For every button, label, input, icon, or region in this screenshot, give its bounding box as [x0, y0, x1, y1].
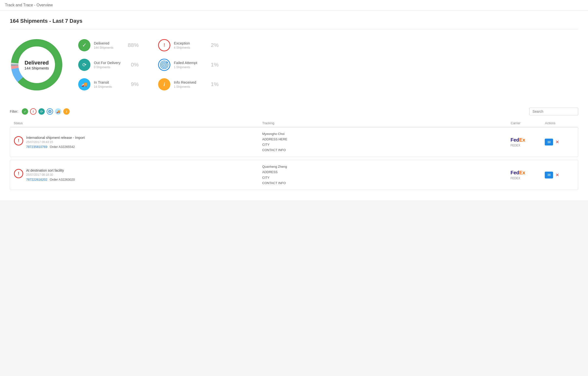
exception-percent: 2% [204, 42, 218, 48]
out-for-delivery-icon: ⟳ [78, 59, 90, 71]
delivered-percent: 88% [124, 42, 139, 48]
filter-out-for-delivery[interactable]: ⟳ [38, 108, 45, 115]
overview-section: Delivered 144 Shipments ✓ Delivered 144 … [10, 37, 578, 93]
col-carrier: Carrier [511, 121, 545, 125]
row2-tracking-cell: Quanheng Zheng ADDRESS CITY CONTACT INFO [262, 164, 511, 186]
row2-tracking-contact: CONTACT INFO [262, 180, 511, 186]
row1-email-button[interactable]: ✉ [545, 139, 553, 145]
page-title-bar: Track and Trace - Overview [0, 0, 588, 11]
row2-tracking-city: CITY [262, 175, 511, 180]
stat-out-for-delivery: ⟳ Out For Delivery 0 Shipments 0% [78, 56, 139, 73]
row2-order-id: Order A32263020 [50, 178, 75, 181]
stat-exception: ! Exception 4 Shipments 2% [158, 37, 218, 54]
failed-attempt-percent: 1% [204, 62, 218, 68]
row2-delete-button[interactable]: ✕ [555, 172, 559, 178]
info-received-count: 1 Shipments [174, 85, 200, 88]
donut-chart: Delivered 144 Shipments [10, 38, 64, 92]
row1-tracking-contact: CONTACT INFO [262, 147, 511, 153]
info-received-label: Info Received [174, 80, 200, 84]
section-title: 164 Shipments - Last 7 Days [10, 18, 578, 24]
row1-actions-cell: ✉ ✕ [545, 139, 574, 145]
table-header: Status Tracking Carrier Actions [10, 119, 578, 127]
filter-section: Filter: ✓ ! ⟳ 🚚 i [10, 105, 578, 115]
row2-fedex-logo: FedEx [511, 170, 525, 176]
row1-fedex-logo: FedEx [511, 137, 525, 143]
in-transit-icon: 🚚 [78, 78, 90, 90]
exception-icon: ! [158, 39, 170, 51]
row1-tracking-address: ADDRESS HERE [262, 137, 511, 142]
delivered-count: 144 Shipments [94, 46, 120, 49]
donut-main-label: Delivered [24, 60, 49, 66]
failed-attempt-count: 1 Shipments [174, 66, 200, 69]
out-for-delivery-percent: 0% [124, 62, 139, 68]
info-received-percent: 1% [204, 81, 218, 88]
filter-failed-attempt[interactable] [47, 108, 53, 115]
exception-label: Exception [174, 41, 200, 45]
stat-info-received: i Info Received 1 Shipments 1% [158, 76, 218, 93]
in-transit-label: In Transit [94, 80, 120, 84]
row2-tracking-name: Quanheng Zheng [262, 164, 511, 169]
row2-email-button[interactable]: ✉ [545, 172, 553, 178]
row1-tracking-cell: Myeongho Choi ADDRESS HERE CITY CONTACT … [262, 131, 511, 153]
failed-attempt-icon [158, 59, 170, 71]
row1-status-cell: ! International shipment release - Impor… [14, 136, 262, 149]
donut-center: Delivered 144 Shipments [24, 60, 49, 70]
row1-tracking-city: CITY [262, 142, 511, 147]
delivered-label: Delivered [94, 41, 120, 45]
filter-in-transit[interactable]: 🚚 [55, 108, 61, 115]
info-received-icon: i [158, 78, 170, 90]
donut-sub-label: 144 Shipments [24, 66, 49, 70]
col-status: Status [14, 121, 262, 125]
stat-failed-attempt: Failed Attempt 1 Shipments 1% [158, 56, 218, 73]
row2-carrier-name: FEDEX [511, 177, 520, 180]
stat-delivered: ✓ Delivered 144 Shipments 88% [78, 37, 139, 54]
row1-tracking-name: Myeongho Choi [262, 131, 511, 137]
col-tracking: Tracking [262, 121, 511, 125]
row2-status-title: At destination sort facility [26, 168, 75, 172]
svg-marker-12 [167, 62, 168, 63]
filter-exception[interactable]: ! [30, 108, 36, 115]
col-actions: Actions [545, 121, 574, 125]
stats-grid: ✓ Delivered 144 Shipments 88% ! Exceptio… [78, 37, 218, 93]
filter-info-received[interactable]: i [63, 108, 70, 115]
row1-delete-button[interactable]: ✕ [555, 139, 559, 145]
stat-in-transit: 🚚 In Transit 14 Shipments 9% [78, 76, 139, 93]
row2-tracking-address: ADDRESS [262, 169, 511, 175]
delivered-icon: ✓ [78, 39, 90, 51]
exception-count: 4 Shipments [174, 46, 200, 49]
table-row: ! At destination sort facility 25/07/201… [10, 160, 578, 190]
search-input[interactable] [529, 108, 578, 115]
row2-status-time: 25/07/2017 08:18:30 [26, 173, 75, 177]
divider [10, 29, 578, 29]
filter-delivered[interactable]: ✓ [22, 108, 28, 115]
row2-status-cell: ! At destination sort facility 25/07/201… [14, 168, 262, 181]
in-transit-count: 14 Shipments [94, 85, 120, 88]
row2-tracking-id[interactable]: 787222616202 [26, 178, 47, 181]
failed-attempt-label: Failed Attempt [174, 61, 200, 65]
table-row: ! International shipment release - Impor… [10, 127, 578, 157]
filter-icons-group: Filter: ✓ ! ⟳ 🚚 i [10, 108, 70, 115]
filter-label: Filter: [10, 110, 18, 113]
row2-carrier-cell: FedEx FEDEX [511, 170, 545, 180]
row2-status-icon: ! [14, 169, 23, 178]
page-title-text: Track and Trace - Overview [5, 3, 53, 7]
out-for-delivery-label: Out For Delivery [94, 61, 120, 65]
row1-status-time: 25/07/2017 09:43:15 [26, 140, 85, 144]
row1-order-id: Order A32265542 [50, 145, 75, 149]
row1-tracking-id[interactable]: 787235810769 [26, 145, 47, 149]
row1-status-title: International shipment release - Import [26, 136, 85, 140]
row1-status-icon: ! [14, 136, 23, 145]
row1-carrier-cell: FedEx FEDEX [511, 137, 545, 147]
row1-carrier-name: FEDEX [511, 144, 520, 147]
row2-actions-cell: ✉ ✕ [545, 172, 574, 178]
svg-point-15 [50, 111, 50, 112]
svg-point-10 [164, 64, 165, 65]
out-for-delivery-count: 0 Shipments [94, 66, 120, 69]
in-transit-percent: 9% [124, 81, 139, 88]
